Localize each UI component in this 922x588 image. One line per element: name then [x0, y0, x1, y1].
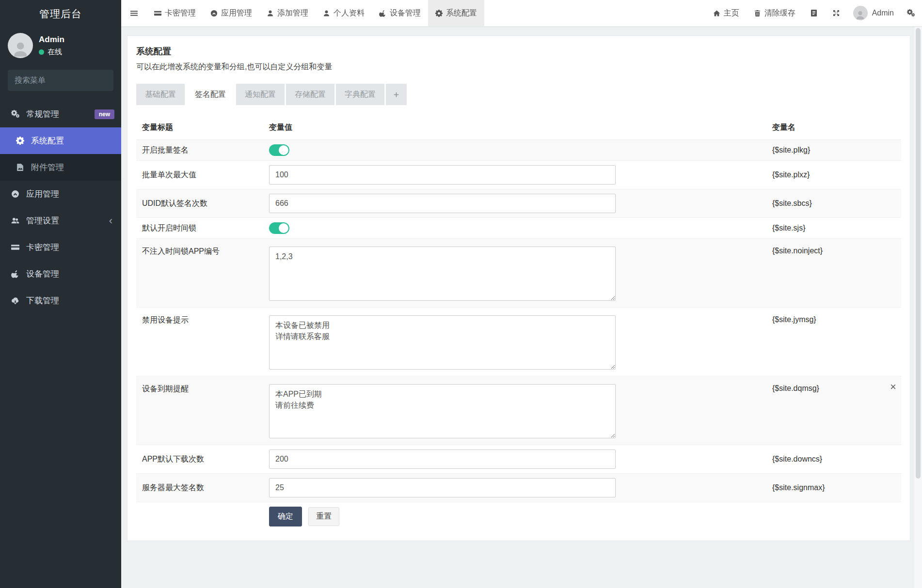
- row-varname: {$site.signmax}: [766, 474, 901, 502]
- row-varname: {$site.downcs}: [766, 445, 901, 474]
- credit-card-icon: [10, 243, 20, 251]
- row-label: 开启批量签名: [136, 140, 263, 161]
- trash-icon: [754, 10, 761, 17]
- tab-add-group[interactable]: [386, 84, 407, 105]
- header-var-name: 变量名: [766, 118, 901, 140]
- sidebar-item-label: 附件管理: [31, 162, 64, 173]
- settings-button[interactable]: [900, 0, 922, 26]
- sidebar-item-app-management[interactable]: 应用管理: [0, 181, 121, 207]
- nav-tab-device-management[interactable]: 设备管理: [372, 0, 428, 26]
- row-label: 服务器最大签名数: [136, 474, 263, 502]
- tab-signature-config[interactable]: 签名配置: [186, 84, 235, 105]
- topbar-user-menu[interactable]: Admin: [847, 0, 900, 26]
- nav-tab-add-management[interactable]: 添加管理: [259, 0, 316, 26]
- scrollbar[interactable]: [914, 0, 922, 588]
- nav-tab-profile[interactable]: 个人资料: [316, 0, 372, 26]
- nav-tab-app-management[interactable]: 应用管理: [203, 0, 259, 26]
- clear-cache-label: 清除缓存: [764, 8, 795, 18]
- server-max-sign-input[interactable]: [269, 478, 616, 497]
- docs-icon: [810, 9, 818, 17]
- tab-storage-config[interactable]: 存储配置: [286, 84, 334, 105]
- nav-tab-system-config[interactable]: 系统配置: [428, 0, 484, 26]
- home-link[interactable]: 主页: [706, 0, 747, 26]
- avatar: [8, 33, 33, 58]
- sidebar-item-attachment-management[interactable]: 附件管理: [0, 154, 121, 181]
- status-label: 在线: [48, 47, 62, 57]
- topbar-username: Admin: [872, 9, 894, 17]
- docs-button[interactable]: [803, 0, 825, 26]
- tab-notification-config[interactable]: 通知配置: [236, 84, 285, 105]
- config-tabs: 基础配置 签名配置 通知配置 存储配置 字典配置: [136, 84, 901, 105]
- credit-card-icon: [154, 10, 161, 17]
- table-row: 开启批量签名 {$site.plkg}: [136, 140, 901, 161]
- tab-basic-config[interactable]: 基础配置: [136, 84, 185, 105]
- nav-tab-label: 应用管理: [221, 8, 252, 18]
- nav-tab-label: 设备管理: [390, 8, 421, 18]
- person-icon: [12, 41, 29, 58]
- sidebar: 管理后台 Admin 在线 常规管理 new: [0, 0, 121, 588]
- sidebar-item-system-config[interactable]: 系统配置: [0, 127, 121, 154]
- chevron-left-icon: ‹: [109, 216, 112, 226]
- apple-icon: [10, 270, 20, 278]
- content-area: 系统配置 可以在此增改系统的变量和分组,也可以自定义分组和变量 基础配置 签名配…: [121, 27, 922, 588]
- nav-tab-label: 系统配置: [446, 8, 477, 18]
- timelock-toggle[interactable]: [269, 222, 289, 234]
- app-download-count-input[interactable]: [269, 449, 616, 469]
- row-varname: {$site.noinject}: [766, 239, 901, 308]
- app-circle-icon: [210, 10, 218, 17]
- udid-sign-count-input[interactable]: [269, 194, 616, 213]
- nav-tab-card-management[interactable]: 卡密管理: [147, 0, 203, 26]
- row-label: 设备到期提醒: [136, 376, 263, 445]
- sidebar-item-label: 应用管理: [26, 188, 59, 200]
- row-varname: {$site.sbcs}: [766, 189, 901, 218]
- user-icon: [323, 10, 330, 17]
- search-box: [8, 70, 113, 91]
- disabled-device-msg-textarea[interactable]: 本设备已被禁用 详情请联系客服: [269, 315, 616, 370]
- topbar: 卡密管理 应用管理 添加管理 个人资料 设备管理: [121, 0, 922, 27]
- no-inject-apps-textarea[interactable]: 1,2,3: [269, 247, 616, 301]
- row-label: 禁用设备提示: [136, 308, 263, 376]
- tab-dictionary-config[interactable]: 字典配置: [336, 84, 384, 105]
- home-icon: [713, 10, 720, 17]
- nav-tab-label: 卡密管理: [165, 8, 196, 18]
- sidebar-toggle-button[interactable]: [121, 0, 147, 26]
- header-var-value: 变量值: [263, 118, 766, 140]
- table-row: 禁用设备提示 本设备已被禁用 详情请联系客服 {$site.jymsg}: [136, 308, 901, 376]
- sidebar-item-general-management[interactable]: 常规管理 new: [0, 101, 121, 127]
- users-icon: [10, 217, 20, 225]
- table-row: 批量单次最大值 {$site.plxz}: [136, 161, 901, 189]
- nav-tab-label: 个人资料: [334, 8, 365, 18]
- cogs-icon: [907, 9, 915, 17]
- sidebar-item-download-management[interactable]: 下载管理: [0, 287, 121, 314]
- clear-cache-button[interactable]: 清除缓存: [747, 0, 803, 26]
- sidebar-item-label: 卡密管理: [26, 242, 59, 253]
- cogs-icon: [10, 110, 20, 118]
- remove-variable-icon[interactable]: [890, 383, 896, 392]
- batch-max-input[interactable]: [269, 165, 616, 185]
- batch-sign-toggle[interactable]: [269, 144, 289, 156]
- sidebar-item-label: 系统配置: [31, 135, 64, 146]
- search-input[interactable]: [14, 76, 116, 85]
- sidebar-item-device-management[interactable]: 设备管理: [0, 261, 121, 287]
- user-status: 在线: [39, 47, 64, 57]
- submit-button[interactable]: 确定: [269, 507, 302, 526]
- row-varname: {$site.plxz}: [766, 161, 901, 189]
- scrollbar-thumb[interactable]: [916, 28, 921, 479]
- sidebar-item-card-management[interactable]: 卡密管理: [0, 234, 121, 261]
- row-varname: {$site.dqmsg}: [772, 384, 819, 392]
- main-area: 卡密管理 应用管理 添加管理 个人资料 设备管理: [121, 0, 922, 588]
- row-varname: {$site.jymsg}: [766, 308, 901, 376]
- hamburger-icon: [130, 9, 138, 17]
- row-varname: {$site.plkg}: [766, 140, 901, 161]
- sidebar-item-label: 设备管理: [26, 268, 59, 279]
- sidebar-item-admin-settings[interactable]: 管理设置 ‹: [0, 207, 121, 234]
- reset-button[interactable]: 重置: [308, 507, 339, 526]
- home-label: 主页: [724, 8, 739, 18]
- config-table: 变量标题 变量值 变量名 开启批量签名 {$site.plkg} 批量单次最大值: [136, 118, 901, 531]
- fullscreen-button[interactable]: [825, 0, 847, 26]
- plus-icon: [393, 92, 399, 98]
- table-header-row: 变量标题 变量值 变量名: [136, 118, 901, 140]
- expired-device-msg-textarea[interactable]: 本APP已到期 请前往续费: [269, 384, 616, 438]
- row-label: APP默认下载次数: [136, 445, 263, 474]
- table-row: APP默认下载次数 {$site.downcs}: [136, 445, 901, 474]
